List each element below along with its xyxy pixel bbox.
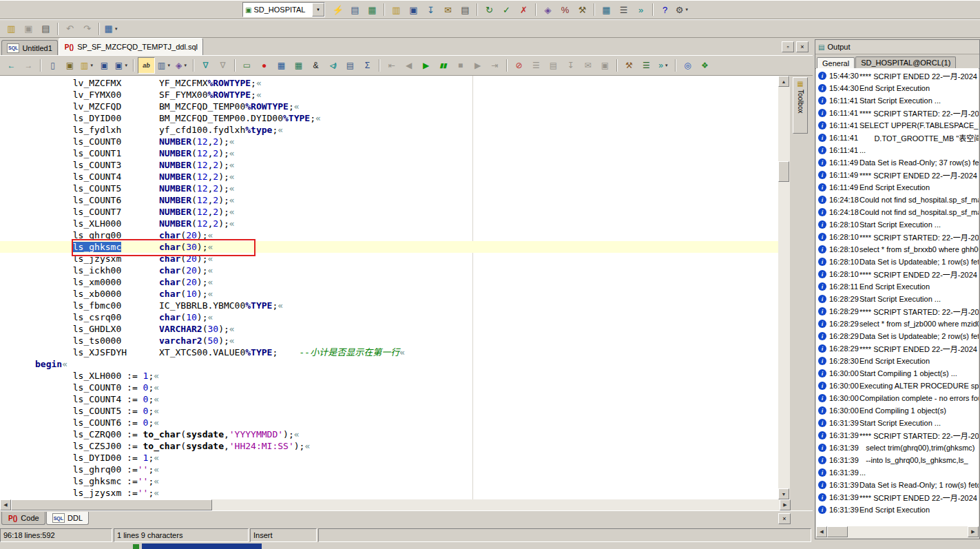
break-session-icon[interactable]: ⊘ bbox=[511, 58, 527, 73]
columns-icon[interactable]: ▥▼ bbox=[156, 58, 172, 73]
statistics-icon[interactable]: Σ bbox=[359, 58, 375, 73]
code-line[interactable]: ls_ts0000 varchar2(50);« bbox=[0, 335, 778, 346]
template-icon[interactable]: ▣ bbox=[62, 58, 78, 73]
code-line[interactable]: ls_COUNT4 := 0;« bbox=[0, 393, 778, 405]
code-line[interactable]: lv_MZCFMX YF_MZCFMX%ROWTYPE;« bbox=[0, 77, 778, 89]
chevrons-icon[interactable]: »▼ bbox=[656, 58, 671, 73]
tab-code[interactable]: P() Code bbox=[1, 512, 45, 525]
code-line[interactable]: ls_xm0000 char(20);« bbox=[0, 276, 778, 288]
last-record-icon[interactable]: ⇥ bbox=[487, 58, 503, 73]
more-windows-icon[interactable]: » bbox=[633, 2, 649, 17]
code-line[interactable]: ls_fbmc00 IC_YBBRLB.YBMC00%TYPE;« bbox=[0, 300, 778, 311]
chevron-down-icon[interactable]: ▼ bbox=[312, 3, 324, 17]
output-entry[interactable]: i15:44:30**** SCRIPT ENDED 22-一月-2024 bbox=[816, 70, 979, 82]
vertical-scroll-thumb[interactable] bbox=[778, 161, 789, 182]
code-line[interactable]: ls_XJSFDYH XT_XTCS00.VALUE0%TYPE; --小计是否… bbox=[0, 346, 778, 358]
print-doc2-icon[interactable]: ▣ bbox=[597, 58, 613, 73]
output-entry[interactable]: i16:28:30End Script Execution bbox=[816, 355, 979, 367]
document-icon[interactable]: ▣ bbox=[406, 2, 421, 17]
code-line[interactable]: ls_COUNT7 NUMBER(12,2);« bbox=[0, 206, 778, 218]
code-line[interactable]: ls_DYID00 BM_MZCFQD_TEMP00.DYID00%TYPE;« bbox=[0, 112, 778, 124]
output-entry[interactable]: i16:28:10select * from sf_brxxb0 where g… bbox=[816, 243, 979, 256]
output-entry[interactable]: i16:11:41... bbox=[816, 144, 979, 156]
redo-icon[interactable]: ↷ bbox=[79, 21, 95, 37]
session-selector[interactable]: ▣ SD_HOSPITAL ▼ bbox=[242, 2, 325, 17]
output-entry[interactable]: i16:28:29**** SCRIPT STARTED: 22-一月-20 bbox=[816, 305, 979, 318]
breakpoint-icon[interactable]: ● bbox=[256, 58, 272, 73]
editor-vertical-scrollbar[interactable]: ▲ ▼ bbox=[778, 76, 790, 499]
copy-doc-icon[interactable]: ▤ bbox=[545, 58, 561, 73]
output-entry[interactable]: i16:28:10Data Set is Updateable; 1 row(s… bbox=[816, 256, 979, 268]
horizontal-scroll-thumb[interactable] bbox=[11, 499, 212, 510]
mail-doc-icon[interactable]: ✉ bbox=[580, 58, 596, 73]
close-window-icon[interactable]: × bbox=[796, 41, 809, 52]
special-chars-icon[interactable]: ab bbox=[138, 57, 155, 74]
beautifier-icon[interactable]: ❖ bbox=[697, 58, 713, 73]
todo-list-icon[interactable]: ☰ bbox=[638, 58, 654, 73]
execute-icon[interactable]: ▶ bbox=[418, 58, 434, 73]
code-line[interactable]: ls_ickh00 char(20);« bbox=[0, 265, 778, 276]
output-tab-session[interactable]: SD_HOSPITAL@ORCL(1) bbox=[855, 56, 956, 68]
output-entry[interactable]: i16:31:39End Script Execution bbox=[816, 504, 979, 516]
output-entry[interactable]: i16:11:41Start Script Execution ... bbox=[816, 94, 979, 107]
output-entry[interactable]: i16:31:39Start Script Execution ... bbox=[816, 417, 979, 429]
code-line[interactable]: ls_COUNT5 := 0;« bbox=[0, 405, 778, 417]
open-icon[interactable]: ▥ bbox=[3, 21, 19, 37]
scroll-down-icon[interactable]: ▼ bbox=[778, 488, 789, 499]
macro-icon[interactable]: ◈ bbox=[540, 2, 556, 17]
output-entry[interactable]: i16:11:49Data Set is Read-Only; 37 row(s… bbox=[816, 156, 979, 169]
code-line[interactable]: ls_COUNT5 NUMBER(12,2);« bbox=[0, 183, 778, 194]
output-entry[interactable]: i16:11:41**** SCRIPT STARTED: 22-一月-20 bbox=[816, 107, 979, 119]
code-line[interactable]: ls_CZRQ00 := to_char(sysdate,'YYYYMMDD')… bbox=[0, 428, 778, 440]
table-icon[interactable]: ▦ bbox=[364, 2, 380, 17]
scroll-left-icon[interactable]: ◀ bbox=[0, 499, 11, 510]
output-entry[interactable]: i16:31:39**** SCRIPT STARTED: 22-一月-20 bbox=[816, 429, 979, 442]
copy-window-icon[interactable]: ▤ bbox=[347, 2, 363, 17]
copy-special-icon[interactable]: ▤ bbox=[342, 58, 358, 73]
code-line[interactable]: ls_XLH000 := 1;« bbox=[0, 370, 778, 382]
output-entry[interactable]: i16:30:00Start Compiling 1 object(s) ... bbox=[816, 367, 979, 380]
scroll-up-icon[interactable]: ▲ bbox=[778, 76, 789, 87]
output-entry[interactable]: i16:24:18Could not find sd_hospital.sp_s… bbox=[816, 194, 979, 206]
editor-horizontal-scrollbar[interactable]: ◀ ▶ bbox=[0, 499, 791, 510]
code-line[interactable]: ls_DYID00 := 1;« bbox=[0, 452, 778, 464]
output-entry[interactable]: i16:11:41SELECT UPPER(F.TABLESPACE_NAME bbox=[816, 119, 979, 132]
lightning-icon[interactable]: ⚡ bbox=[330, 2, 346, 17]
output-entry[interactable]: i16:28:29**** SCRIPT ENDED 22-一月-2024 bbox=[816, 342, 979, 355]
code-line[interactable]: ls_COUNT6 := 0;« bbox=[0, 417, 778, 428]
code-editor[interactable]: lv_MZCFMX YF_MZCFMX%ROWTYPE;« lv_FYMX00 … bbox=[0, 76, 778, 499]
scroll-left-icon[interactable]: ◀ bbox=[816, 526, 827, 537]
next-record-icon[interactable]: ▶ bbox=[470, 58, 486, 73]
output-entry[interactable]: i16:28:29Data Set is Updateable; 2 row(s… bbox=[816, 330, 979, 342]
preferences-gear-icon[interactable]: ⚙▼ bbox=[674, 2, 690, 17]
export-icon[interactable]: ↧ bbox=[423, 2, 439, 17]
code-line[interactable]: ls_COUNT0 NUMBER(12,2);« bbox=[0, 136, 778, 147]
percent-icon[interactable]: % bbox=[557, 2, 573, 17]
output-entry[interactable]: i16:31:39... bbox=[816, 466, 979, 479]
output-entry[interactable]: i16:28:29select * from sf_jzb000 where m… bbox=[816, 318, 979, 330]
monitor-icon[interactable]: ▦ bbox=[598, 2, 614, 17]
output-entry[interactable]: i16:11:41 D.TOT_GROOTTE_MB "表空间 bbox=[816, 132, 979, 144]
tools-icon[interactable]: ⚒ bbox=[574, 2, 590, 17]
code-line[interactable]: ls_ghksmc :='';« bbox=[0, 475, 778, 487]
code-line[interactable]: ls_COUNT3 NUMBER(12,2);« bbox=[0, 159, 778, 171]
prev-record-icon[interactable]: ◀ bbox=[401, 58, 417, 73]
code-line[interactable]: ls_COUNT4 NUMBER(12,2);« bbox=[0, 171, 778, 183]
selection-icon[interactable]: ▭ bbox=[239, 58, 255, 73]
tab-sp-sf-mzcfqd-temptj-ddl[interactable]: P() SP_SF_MZCFQD_TEMPTJ_ddl.sql bbox=[59, 38, 203, 55]
code-line[interactable]: begin« bbox=[0, 358, 778, 370]
background-window-active-tab[interactable] bbox=[142, 543, 262, 549]
code-line[interactable]: lv_MZCFQD BM_MZCFQD_TEMP00%ROWTYPE;« bbox=[0, 101, 778, 112]
print-icon[interactable]: ▤ bbox=[38, 21, 54, 37]
folder-icon[interactable]: ▥ bbox=[388, 2, 404, 17]
ampersand-icon[interactable]: & bbox=[308, 58, 324, 73]
scroll-right-icon[interactable]: ▶ bbox=[780, 499, 791, 510]
output-entry[interactable]: i16:31:39Data Set is Read-Only; 1 row(s)… bbox=[816, 479, 979, 491]
save-file-icon[interactable]: ▣ bbox=[96, 58, 112, 73]
output-entry[interactable]: i16:30:00End Compiling 1 object(s) bbox=[816, 404, 979, 417]
compile-invalid-icon[interactable]: ✗ bbox=[516, 2, 532, 17]
list-icon[interactable]: ☰ bbox=[616, 2, 632, 17]
close-view-icon[interactable]: × bbox=[778, 513, 791, 524]
output-entry[interactable]: i16:28:10Start Script Execution ... bbox=[816, 218, 979, 231]
output-entry[interactable]: i16:28:29Start Script Execution ... bbox=[816, 293, 979, 305]
